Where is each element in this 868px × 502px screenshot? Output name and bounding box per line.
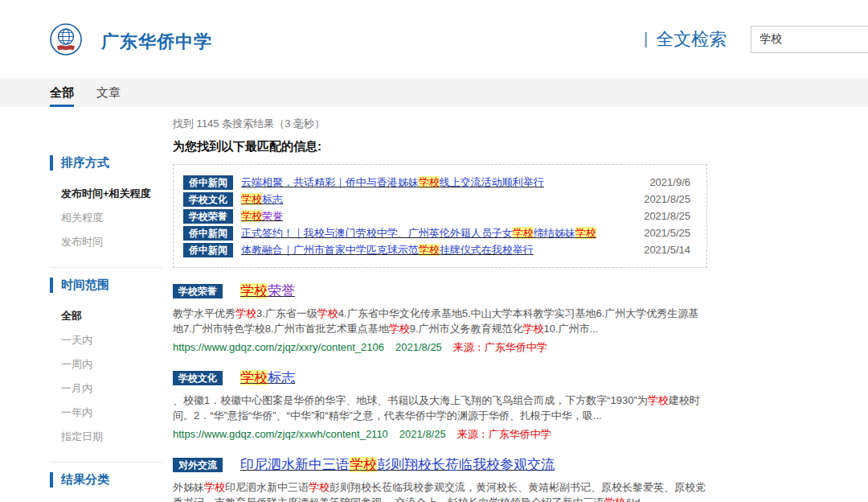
sidebar-item[interactable]: 相关程度 [50, 206, 163, 230]
result-snippet: 、校徽1．校徽中心图案是华侨的华字、地球、书籍以及大海上飞翔的飞鸟组合而成，下方… [173, 393, 707, 423]
sidebar-item[interactable]: 发布时间 [50, 230, 163, 254]
snippet-segment: 3.广东省一级 [256, 307, 317, 319]
site-title-sub: 全文检索 [656, 27, 727, 51]
snippet-segment: &ld... [625, 496, 649, 502]
site-title-main: 广东华侨中学 [101, 25, 636, 54]
result-date: 2021/8/25 [399, 428, 446, 440]
header: 广东华侨中学 | 全文检索 搜 索 高级 站点首页 帮助 [0, 0, 868, 78]
result-source: 来源：广东华侨中学 [453, 341, 547, 353]
top-match-date: 2021/8/25 [644, 193, 697, 205]
result-url-link[interactable]: https://www.gdqz.com/zjqz/xxwh/content_2… [173, 428, 388, 440]
snippet-segment: 学校 [648, 394, 669, 406]
title-segment: 学校 [241, 210, 262, 222]
sidebar: 排序方式发布时间+相关程度相关程度发布时间时间范围全部一天内一周内一月内一年内指… [50, 146, 163, 502]
top-match-row: 侨中新闻正式签约！｜我校与澳门劳校中学、广州英伦外籍人员子女学校缔结姊妹学校20… [183, 224, 697, 241]
top-match-link[interactable]: 学校标志 [241, 192, 283, 207]
result-header: 学校荣誉学校荣誉 [173, 282, 707, 300]
title-segment: 体教融合｜广州市首家中学匹克球示范 [241, 244, 419, 256]
result-title-link[interactable]: 学校标志 [240, 368, 295, 387]
title-segment: 学校 [240, 283, 268, 298]
title-segment: 学校 [419, 176, 440, 188]
title-segment: 学校 [575, 227, 596, 239]
top-match-date: 2021/8/25 [644, 210, 697, 222]
title-segment: 云端相聚，共话精彩｜侨中与香港姊妹 [241, 176, 419, 188]
results-count-text: 找到 1145 条搜索结果（3 毫秒） [173, 117, 707, 131]
sidebar-item[interactable]: 全部 [50, 304, 163, 328]
title-segment: 缔结姊妹 [534, 227, 575, 239]
top-match-link[interactable]: 正式签约！｜我校与澳门劳校中学、广州英伦外籍人员子女学校缔结姊妹学校 [241, 226, 596, 241]
top-match-row: 侨中新闻体教融合｜广州市首家中学匹克球示范学校挂牌仪式在我校举行2021/5/1… [183, 241, 697, 258]
sidebar-item[interactable]: 指定日期 [50, 425, 163, 449]
title-segment: 挂牌仪式在我校举行 [440, 244, 534, 256]
sidebar-item[interactable]: 一天内 [50, 328, 163, 352]
result-source: 来源：广东华侨中学 [457, 428, 551, 440]
snippet-segment: 10.广州市... [544, 323, 599, 335]
top-match-date: 2021/9/6 [649, 176, 697, 188]
title-segment: 学校 [241, 193, 262, 205]
results-list: 学校荣誉学校荣誉教学水平优秀学校3.广东省一级学校4.广东省中华文化传承基地5.… [173, 282, 707, 502]
title-segment: 印尼泗水新中三语 [240, 457, 350, 472]
title-segment: 学校 [240, 370, 268, 385]
top-match-row: 侨中新闻云端相聚，共话精彩｜侨中与香港姊妹学校线上交流活动顺利举行2021/9/… [183, 174, 697, 191]
sidebar-item[interactable]: 一周内 [50, 352, 163, 376]
title-segment: 标志 [268, 370, 295, 385]
category-badge: 对外交流 [173, 458, 223, 472]
title-segment: 学校 [419, 244, 440, 256]
category-badge: 侨中新闻 [183, 243, 233, 257]
content: 排序方式发布时间+相关程度相关程度发布时间时间范围全部一天内一周内一月内一年内指… [0, 107, 868, 502]
snippet-segment: 、校徽1．校徽中心图案是华侨的华字、地球、书籍以及大海上飞翔的飞鸟组合而成，下方… [173, 394, 648, 406]
snippet-segment: 学校 [523, 323, 544, 335]
top-match-row: 学校文化学校标志2021/8/25 [183, 191, 697, 208]
sidebar-section-heading: 时间范围 [50, 278, 163, 293]
category-badge: 学校文化 [183, 192, 233, 207]
category-badge: 学校文化 [173, 371, 223, 385]
sidebar-divider [50, 267, 162, 268]
title-segment: 学校 [350, 457, 377, 472]
search-input[interactable] [751, 26, 868, 53]
title-segment: 学校 [513, 227, 534, 239]
sidebar-item[interactable]: 全部 （1145） [50, 499, 163, 502]
top-match-link[interactable]: 体教融合｜广州市首家中学匹克球示范学校挂牌仪式在我校举行 [241, 243, 534, 257]
top-match-link[interactable]: 云端相聚，共话精彩｜侨中与香港姊妹学校线上交流活动顺利举行 [241, 175, 544, 190]
snippet-segment: 学校 [204, 481, 225, 493]
snippet-segment: 学校 [604, 496, 625, 502]
category-badge: 侨中新闻 [183, 175, 233, 190]
snippet-segment: 教学水平优秀 [173, 307, 235, 319]
result-url-link[interactable]: https://www.gdqz.com/zjqz/xxry/content_2… [173, 341, 384, 353]
sidebar-item[interactable]: 发布时间+相关程度 [50, 182, 163, 206]
sidebar-section-heading: 结果分类 [50, 472, 163, 488]
snippet-segment: 9.广州市义务教育规范化 [410, 323, 523, 335]
result-date: 2021/8/25 [395, 341, 442, 353]
top-match-link[interactable]: 学校荣誉 [241, 209, 283, 224]
sidebar-item[interactable]: 一月内 [50, 376, 163, 401]
school-logo-icon[interactable] [50, 23, 82, 56]
category-badge: 学校荣誉 [173, 284, 223, 298]
top-match-date: 2021/5/14 [644, 244, 697, 256]
search-bar: 搜 索 高级 [751, 25, 868, 54]
results-main: 找到 1145 条搜索结果（3 毫秒） 为您找到以下最匹配的信息: 侨中新闻云端… [173, 107, 707, 502]
snippet-segment: 学校 [235, 307, 256, 319]
result-title-link[interactable]: 学校荣誉 [240, 282, 295, 300]
category-badge: 学校荣誉 [183, 209, 233, 224]
result-snippet: 外姊妹学校印尼泗水新中三语学校彭则翔校长莅临我校参观交流，黄河校长、黄靖彬副书记… [173, 479, 707, 502]
result-meta: https://www.gdqz.com/zjqz/xxwh/content_2… [173, 427, 707, 442]
category-badge: 侨中新闻 [183, 226, 233, 241]
result-header: 学校文化学校标志 [173, 368, 707, 387]
search-result: 学校荣誉学校荣誉教学水平优秀学校3.广东省一级学校4.广东省中华文化传承基地5.… [173, 282, 707, 355]
title-segment: 彭则翔校长莅临我校参观交流 [377, 457, 555, 472]
sidebar-divider [50, 462, 162, 463]
result-title-link[interactable]: 印尼泗水新中三语学校彭则翔校长莅临我校参观交流 [240, 455, 555, 474]
title-segment: 荣誉 [268, 283, 295, 298]
tab-all[interactable]: 全部 [50, 85, 74, 107]
top-matches-box: 侨中新闻云端相聚，共话精彩｜侨中与香港姊妹学校线上交流活动顺利举行2021/9/… [173, 164, 707, 268]
result-header: 对外交流印尼泗水新中三语学校彭则翔校长莅临我校参观交流 [173, 455, 707, 474]
sidebar-item[interactable]: 一年内 [50, 401, 163, 425]
tab-articles[interactable]: 文章 [96, 85, 121, 107]
title-segment: 正式签约！｜我校与澳门劳校中学、广州英伦外籍人员子女 [241, 227, 513, 239]
title-separator: | [644, 30, 648, 48]
snippet-segment: 学校 [317, 307, 338, 319]
snippet-segment: 印尼泗水新中三语 [225, 481, 309, 493]
site-title: 广东华侨中学 | 全文检索 [92, 25, 727, 54]
result-snippet: 教学水平优秀学校3.广东省一级学校4.广东省中华文化传承基地5.中山大学本科教学… [173, 306, 707, 336]
result-type-tabs: 全部 文章 [0, 78, 868, 107]
